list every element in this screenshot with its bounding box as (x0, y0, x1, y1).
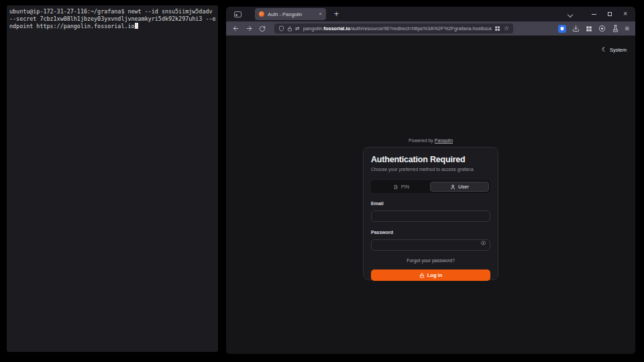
email-label: Email (371, 201, 490, 206)
login-button[interactable]: Log in (371, 269, 490, 281)
forward-button[interactable] (246, 25, 253, 32)
tab-user-label: User (458, 184, 469, 190)
window-close-icon[interactable]: × (623, 11, 627, 17)
terminal-line: ndpoint https://pangolin.fossorial.io (9, 23, 215, 30)
binary-icon (393, 184, 398, 190)
record-extension-icon[interactable] (598, 25, 606, 32)
terminal-line-text: ndpoint https://pangolin.fossorial.io (9, 23, 135, 29)
moon-icon: ☾ (602, 47, 607, 53)
url-prefix: pangolin. (303, 25, 323, 32)
pangolin-link[interactable]: Pangolin (435, 138, 453, 143)
downloads-icon[interactable] (572, 25, 580, 32)
firefox-view-icon[interactable] (234, 11, 241, 17)
browser-tab-bar: Auth - Pangolin × + × (226, 7, 635, 21)
terminal-line: --secret 7cbz1xw08lh1jbzey03yxvndljvneam… (9, 15, 215, 23)
reload-button[interactable] (259, 25, 266, 32)
flask-extension-icon[interactable] (612, 25, 619, 32)
login-button-label: Log in (427, 272, 443, 278)
permissions-swap-icon[interactable]: ⇄ (295, 25, 300, 32)
eye-icon (480, 240, 486, 246)
pangolin-favicon-icon (259, 11, 264, 17)
auth-card: Authentication Required Choose your pref… (363, 147, 498, 280)
shield-icon[interactable] (278, 25, 284, 32)
password-visibility-toggle[interactable] (480, 240, 486, 246)
tab-title: Auth - Pangolin (268, 11, 316, 17)
minimize-icon[interactable] (592, 14, 596, 15)
tab-pin-label: PIN (401, 184, 410, 190)
maximize-icon[interactable] (608, 12, 612, 16)
forgot-password-link[interactable]: Forgot your password? (371, 258, 490, 263)
toolbar-extension-area: ≡ (558, 25, 629, 33)
browser-window: Auth - Pangolin × + × ⇄ pangolin.fos (226, 7, 635, 354)
password-label: Password (371, 230, 490, 235)
powered-by-text: Powered by (409, 138, 435, 143)
list-tabs-chevron-icon[interactable] (568, 12, 573, 17)
url-path: /auth/resource/90?redirect=https%3A%2F%2… (350, 25, 492, 32)
lock-icon (419, 273, 425, 278)
auth-column: Powered by Pangolin Authentication Requi… (363, 138, 498, 280)
user-icon (450, 184, 455, 190)
theme-toggle-label: System (610, 47, 627, 53)
tab-user[interactable]: User (430, 182, 489, 192)
terminal-window[interactable]: ubuntu@ip-172-31-27-116:~/grafana$ newt … (7, 5, 218, 352)
extensions-grid-icon[interactable] (586, 25, 592, 32)
theme-toggle[interactable]: ☾ System (602, 47, 627, 53)
browser-toolbar: ⇄ pangolin.fossorial.io/auth/resource/90… (226, 21, 635, 36)
tab-close-icon[interactable]: × (319, 11, 322, 17)
shortcuts-grid-icon[interactable] (494, 25, 500, 32)
url-domain: fossorial.io (323, 25, 350, 32)
new-tab-button[interactable]: + (334, 10, 339, 18)
password-input[interactable] (371, 239, 490, 251)
terminal-line: ubuntu@ip-172-31-27-116:~/grafana$ newt … (9, 8, 215, 15)
url-bar[interactable]: ⇄ pangolin.fossorial.io/auth/resource/90… (274, 23, 513, 34)
hamburger-menu-icon[interactable]: ≡ (625, 25, 629, 32)
password-manager-extension-icon[interactable] (558, 25, 566, 33)
powered-by: Powered by Pangolin (363, 138, 498, 143)
lock-icon[interactable] (287, 26, 292, 32)
tab-auth-pangolin[interactable]: Auth - Pangolin × (255, 8, 326, 20)
tab-pin[interactable]: PIN (372, 182, 430, 192)
email-input[interactable] (371, 210, 490, 222)
auth-title: Authentication Required (371, 155, 490, 164)
url-text: pangolin.fossorial.io/auth/resource/90?r… (303, 25, 492, 32)
back-button[interactable] (232, 25, 239, 32)
bookmark-star-icon[interactable]: ☆ (504, 25, 509, 32)
terminal-cursor (135, 23, 138, 29)
method-switch: PIN User (371, 180, 490, 193)
auth-subtitle: Choose your preferred method to access g… (371, 167, 490, 172)
page-content: ☾ System Powered by Pangolin Authenticat… (226, 36, 635, 354)
